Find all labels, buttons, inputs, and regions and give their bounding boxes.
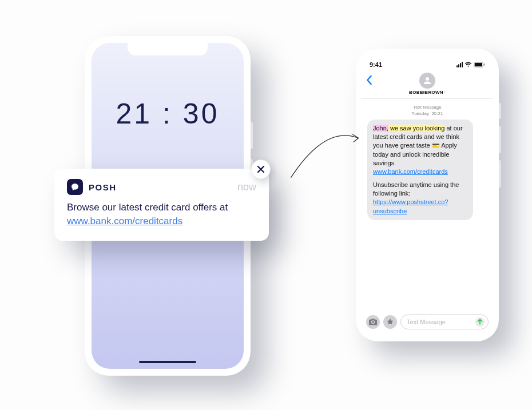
highlight-name: John,	[373, 125, 388, 132]
credit-card-emoji: 💳	[432, 142, 440, 149]
lock-screen-clock: 21 : 30	[92, 97, 244, 130]
thread-timestamp: Tuesday 20:21	[367, 111, 487, 116]
back-button[interactable]	[366, 75, 373, 88]
input-placeholder: Text Message	[407, 319, 446, 325]
person-icon	[422, 75, 432, 86]
highlight-phrase: we saw you looking	[388, 125, 444, 132]
camera-icon	[369, 319, 377, 325]
notification-header: POSH now	[67, 179, 256, 195]
chevron-right-icon: ›	[444, 90, 446, 95]
message-input-bar: Text Message	[362, 312, 493, 336]
close-icon	[257, 165, 265, 173]
send-button[interactable]	[474, 316, 486, 328]
status-time: 9:41	[370, 61, 382, 68]
posh-app-icon	[67, 179, 83, 195]
phone-side-button	[251, 122, 253, 149]
messages-header: BOBBIBROWN›	[362, 71, 493, 99]
battery-icon	[474, 62, 485, 67]
notification-time: now	[237, 181, 256, 193]
message-input[interactable]: Text Message	[400, 315, 489, 329]
push-notification-card[interactable]: POSH now Browse our latest credit card o…	[54, 169, 269, 241]
close-button[interactable]	[251, 160, 271, 179]
message-thread[interactable]: Text Message Tuesday 20:21 John, we saw …	[362, 99, 493, 312]
home-indicator	[139, 361, 196, 363]
notification-link[interactable]: www.bank.com/creditcards	[67, 216, 182, 226]
camera-button[interactable]	[366, 315, 380, 329]
appstore-icon	[386, 318, 394, 326]
phone-notch	[128, 43, 208, 55]
unsubscribe-text: Unsubscribe anytime using the following …	[373, 181, 459, 197]
thread-clock: 20:21	[431, 111, 443, 116]
thread-day: Tuesday	[412, 111, 429, 116]
phone-right-mockup: 9:41 BOBBIBROWN›	[356, 49, 499, 341]
contact-name[interactable]: BOBBIBROWN›	[362, 90, 493, 95]
unsubscribe-link[interactable]: https://www.poshstreet.co?unsubscribe	[373, 198, 448, 214]
thread-label: Text Message	[367, 105, 487, 110]
message-bubble[interactable]: John, we saw you looking at our latest c…	[367, 120, 473, 220]
svg-rect-1	[475, 63, 482, 67]
arrow-up-icon	[475, 317, 485, 327]
notification-app-name: POSH	[89, 182, 117, 192]
phone-notch	[394, 54, 461, 66]
svg-rect-2	[484, 63, 485, 66]
appstore-button[interactable]	[383, 315, 397, 329]
bubble-link[interactable]: www.bank.com/creditcards	[373, 168, 448, 175]
notification-body: Browse our latest credit card offers at …	[67, 201, 256, 228]
flow-arrow	[257, 114, 372, 183]
phone-side-button	[499, 103, 501, 119]
notification-text: Browse our latest credit card offers at	[67, 202, 228, 213]
phone-side-button	[499, 160, 501, 188]
wifi-icon	[464, 62, 472, 67]
chevron-left-icon	[366, 75, 373, 85]
status-icons	[456, 62, 485, 67]
phone-side-button	[499, 126, 501, 153]
phone-right-screen: 9:41 BOBBIBROWN›	[362, 54, 493, 336]
contact-avatar[interactable]	[419, 73, 435, 89]
contact-name-label: BOBBIBROWN	[409, 90, 443, 95]
